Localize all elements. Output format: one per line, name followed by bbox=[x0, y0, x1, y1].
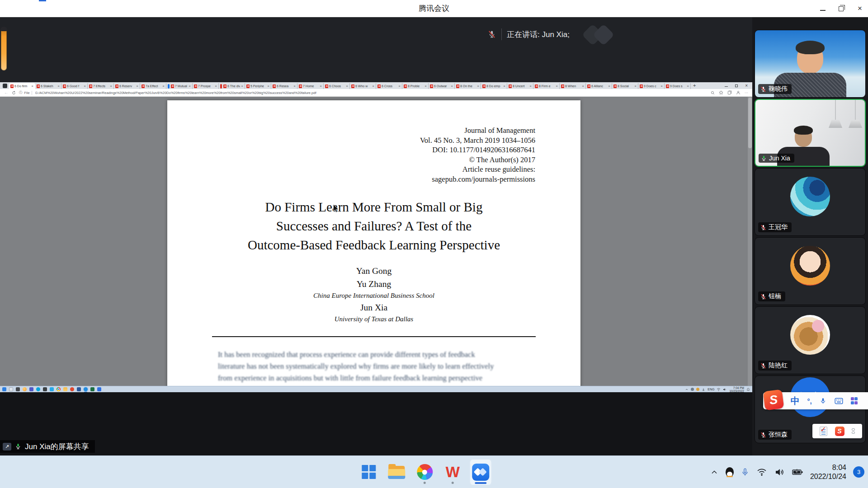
browser-tab[interactable]: 7a Effect bbox=[140, 83, 166, 89]
tab-close-icon[interactable] bbox=[582, 84, 584, 88]
blue-app-icon[interactable] bbox=[50, 387, 54, 391]
browser-tab[interactable]: 6 Cross bbox=[376, 83, 402, 89]
tab-close-icon[interactable] bbox=[529, 84, 532, 88]
grid-app-icon[interactable] bbox=[43, 387, 47, 391]
address-url[interactable]: G:/ACM%20Wuhan%20U/2022%20seminar/Readin… bbox=[35, 91, 708, 95]
participant-tile[interactable]: 王冠华 bbox=[755, 168, 866, 236]
notification-bell-icon[interactable] bbox=[746, 387, 750, 391]
tab-close-icon[interactable] bbox=[372, 84, 374, 88]
pdf-scrollbar[interactable] bbox=[748, 97, 752, 386]
tab-close-icon[interactable] bbox=[241, 84, 243, 88]
tab-close-icon[interactable] bbox=[503, 84, 505, 88]
tab-close-icon[interactable] bbox=[320, 84, 322, 88]
tab-close-icon[interactable] bbox=[451, 84, 453, 88]
meeting-icon[interactable] bbox=[84, 387, 88, 391]
tab-close-icon[interactable] bbox=[162, 84, 165, 88]
participant-tile[interactable]: 陆艳红 bbox=[755, 306, 866, 374]
tab-close-icon[interactable] bbox=[687, 84, 689, 88]
notes-doc-icon[interactable] bbox=[820, 427, 827, 436]
tab-close-icon[interactable] bbox=[57, 84, 60, 88]
favorite-star-icon[interactable] bbox=[719, 90, 723, 95]
browser-tab[interactable]: 7 Effects bbox=[88, 83, 114, 89]
browser-tab[interactable]: 6 Who w bbox=[350, 83, 376, 89]
tab-close-icon[interactable] bbox=[189, 84, 191, 88]
tab-search-icon[interactable] bbox=[3, 84, 7, 88]
file-scheme-chip[interactable]: ⓘ File bbox=[19, 90, 32, 95]
browser-tab[interactable]: 8 Proble bbox=[402, 83, 429, 89]
meeting2-icon[interactable] bbox=[97, 387, 101, 391]
notification-badge[interactable]: 3 bbox=[853, 466, 864, 478]
ime-language-mode[interactable]: 中 bbox=[791, 395, 800, 407]
tray-mic-icon[interactable] bbox=[741, 467, 750, 477]
tab-close-icon[interactable] bbox=[608, 84, 610, 88]
new-tab-button[interactable]: + bbox=[693, 83, 696, 88]
tray-app-icon[interactable] bbox=[696, 388, 699, 391]
sogou-mini-icon[interactable]: S bbox=[835, 427, 844, 436]
menu-icon[interactable]: ··· bbox=[745, 91, 748, 95]
browser-tab[interactable]: 8 Do emp bbox=[481, 83, 507, 89]
browser-tab[interactable]: 8 Social bbox=[612, 83, 638, 89]
sogou-logo-icon[interactable]: S bbox=[763, 389, 784, 410]
download-arrow-icon[interactable] bbox=[702, 388, 705, 391]
wps-office-button[interactable]: W bbox=[442, 459, 463, 485]
ime-keyboard-icon[interactable] bbox=[835, 398, 843, 404]
tab-close-icon[interactable] bbox=[660, 84, 663, 88]
browser-close-button[interactable]: × bbox=[745, 84, 748, 88]
browser-button[interactable] bbox=[414, 459, 435, 485]
browser-tab[interactable]: 6 Reserv bbox=[114, 83, 140, 89]
ime-toolbox-icon[interactable] bbox=[851, 397, 858, 404]
excel-icon[interactable] bbox=[90, 387, 94, 391]
tab-close-icon[interactable] bbox=[556, 84, 558, 88]
start-icon[interactable] bbox=[2, 387, 6, 391]
tab-close-icon[interactable] bbox=[31, 84, 33, 88]
shared-screen-clock[interactable]: 7:04 PM 10/23/2022 bbox=[729, 386, 744, 393]
browser-tab[interactable]: 8 On the bbox=[455, 83, 481, 89]
browser-tab[interactable]: 8 Firm e bbox=[533, 83, 560, 89]
tab-close-icon[interactable] bbox=[477, 84, 479, 88]
tab-close-icon[interactable] bbox=[84, 84, 86, 88]
browser-tab[interactable]: 6 Do firm bbox=[9, 83, 35, 89]
tab-close-icon[interactable] bbox=[346, 84, 348, 88]
tray-app-icon[interactable] bbox=[691, 388, 694, 391]
taskbar-clock[interactable]: 8:04 2022/10/24 bbox=[810, 463, 846, 481]
pdf-scrollbar-thumb[interactable] bbox=[748, 98, 752, 148]
profile-icon[interactable] bbox=[736, 90, 741, 95]
browser-tab[interactable]: 8 Uncert bbox=[507, 83, 533, 89]
tab-close-icon[interactable] bbox=[136, 84, 138, 88]
tray-wifi-icon[interactable] bbox=[756, 468, 767, 477]
browser-tab[interactable]: 6 Good f bbox=[61, 83, 88, 89]
browser-tab[interactable]: 8 When bbox=[560, 83, 586, 89]
pdf-viewer[interactable]: Journal of ManagementVol. 45 No. 3, Marc… bbox=[0, 97, 752, 386]
browser-tab[interactable]: 6 The div bbox=[219, 83, 245, 89]
file-explorer-button[interactable] bbox=[386, 459, 407, 485]
browser-minimize-button[interactable] bbox=[725, 84, 728, 87]
browser-tab[interactable]: 7 Prospe bbox=[193, 83, 219, 89]
zoom-icon[interactable] bbox=[711, 91, 715, 95]
tray-volume-icon[interactable] bbox=[774, 467, 785, 477]
ime-voice-icon[interactable] bbox=[819, 397, 827, 405]
tab-close-icon[interactable] bbox=[425, 84, 427, 88]
browser-restore-button[interactable] bbox=[735, 84, 738, 87]
browser-tab[interactable]: 6 Outwar bbox=[429, 83, 455, 89]
tab-close-icon[interactable] bbox=[293, 84, 296, 88]
restore-button[interactable] bbox=[839, 6, 844, 11]
browser-tab[interactable]: 7 Mutual bbox=[166, 83, 193, 89]
language-indicator[interactable]: ENG bbox=[708, 388, 714, 391]
folder-icon[interactable] bbox=[63, 387, 67, 391]
chevron-up-icon[interactable] bbox=[685, 388, 689, 391]
adobe-icon[interactable] bbox=[70, 387, 74, 391]
browser-tab[interactable]: 6 Allianc bbox=[586, 83, 612, 89]
toolbar-handle-icon[interactable] bbox=[852, 428, 855, 434]
taskview-icon[interactable] bbox=[16, 387, 20, 391]
tray-battery-icon[interactable] bbox=[792, 468, 803, 477]
participant-tile[interactable]: Jun Xia bbox=[755, 99, 866, 167]
tab-close-icon[interactable] bbox=[267, 84, 269, 88]
ime-punctuation-mode[interactable]: °, bbox=[807, 397, 811, 405]
start-button[interactable] bbox=[358, 459, 379, 485]
participant-tile[interactable]: 钮楠 bbox=[755, 237, 866, 305]
minimize-button[interactable] bbox=[820, 7, 826, 11]
wifi-icon[interactable] bbox=[717, 388, 721, 391]
tab-close-icon[interactable] bbox=[215, 84, 217, 88]
browser-tab[interactable]: 6 Resea bbox=[271, 83, 297, 89]
chrome-icon[interactable] bbox=[57, 387, 61, 391]
